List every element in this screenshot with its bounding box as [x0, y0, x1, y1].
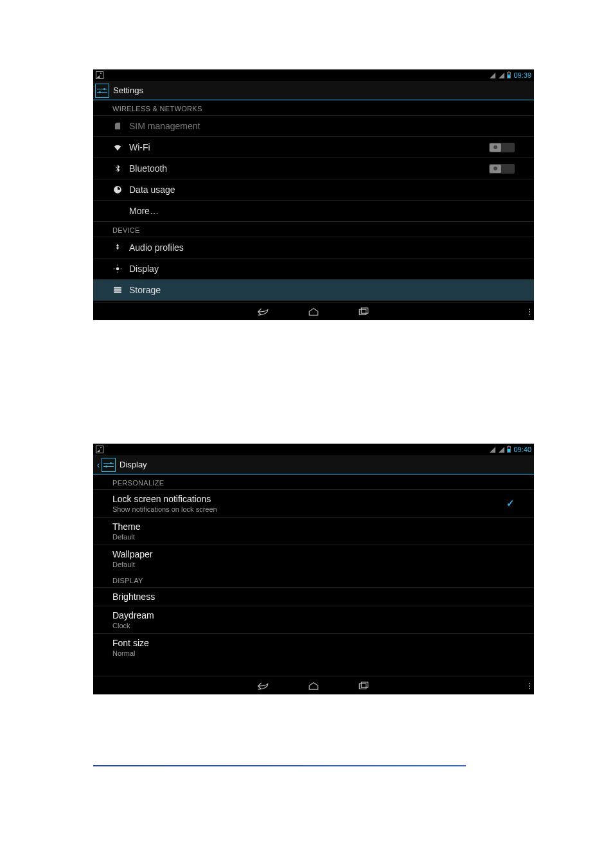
svg-point-0 [116, 267, 120, 271]
menu-button[interactable] [529, 309, 530, 315]
back-button[interactable] [256, 681, 271, 691]
display-icon [112, 264, 123, 274]
checkbox-checked-icon[interactable]: ✓ [506, 498, 515, 509]
row-wallpaper[interactable]: Wallpaper Default [93, 545, 534, 572]
home-button[interactable] [306, 681, 321, 691]
section-personalize: PERSONALIZE [93, 475, 534, 490]
page-title: Settings [113, 86, 143, 95]
bluetooth-toggle[interactable] [489, 164, 515, 174]
svg-rect-9 [361, 308, 368, 313]
audio-icon [112, 242, 123, 253]
svg-rect-5 [114, 287, 121, 288]
row-font-size[interactable]: Font size Normal [93, 634, 534, 661]
svg-rect-11 [361, 682, 368, 687]
row-bluetooth[interactable]: Bluetooth [93, 158, 534, 179]
row-theme[interactable]: Theme Default [93, 518, 534, 545]
nav-bar [93, 302, 534, 320]
menu-button[interactable] [529, 683, 530, 689]
app-icon [95, 84, 109, 98]
wifi-icon [112, 142, 123, 152]
svg-rect-7 [114, 291, 121, 293]
action-bar[interactable]: ‹ Display [93, 455, 534, 475]
wifi-toggle[interactable] [489, 143, 515, 152]
data-usage-icon [112, 185, 123, 195]
sim-icon [112, 121, 123, 131]
settings-list: WIRELESS & NETWORKS SIM management Wi-Fi… [93, 100, 534, 302]
row-lock-screen-notifications[interactable]: Lock screen notifications Show notificat… [93, 490, 534, 518]
notification-icon [96, 446, 103, 453]
signal-icon [489, 72, 495, 78]
section-device: DEVICE [93, 222, 534, 237]
page-title: Display [120, 460, 147, 469]
signal-icon [489, 446, 495, 453]
divider [93, 765, 466, 766]
nav-bar [93, 676, 534, 694]
notification-icon [96, 71, 103, 79]
row-data-usage[interactable]: Data usage [93, 179, 534, 201]
section-wireless: WIRELESS & NETWORKS [93, 100, 534, 116]
svg-rect-8 [359, 309, 366, 314]
row-wifi[interactable]: Wi-Fi [93, 137, 534, 158]
row-display[interactable]: Display [93, 258, 534, 280]
storage-icon [112, 285, 123, 295]
battery-icon [507, 446, 511, 453]
settings-screen: 09:39 Settings WIRELESS & NETWORKS SIM m… [93, 69, 534, 320]
back-button[interactable] [256, 307, 271, 317]
status-clock: 09:39 [513, 71, 531, 79]
row-brightness[interactable]: Brightness [93, 588, 534, 606]
up-chevron-icon: ‹ [95, 460, 102, 470]
row-audio-profiles[interactable]: Audio profiles [93, 237, 534, 258]
svg-rect-6 [114, 289, 121, 291]
display-list: PERSONALIZE Lock screen notifications Sh… [93, 475, 534, 676]
row-storage[interactable]: Storage [93, 280, 534, 301]
battery-icon [507, 72, 511, 78]
app-icon [102, 458, 116, 472]
svg-rect-10 [359, 683, 366, 689]
recents-button[interactable] [357, 307, 371, 317]
status-bar: 09:39 [93, 69, 534, 81]
section-display: DISPLAY [93, 572, 534, 588]
row-sim-management[interactable]: SIM management [93, 116, 534, 137]
home-button[interactable] [306, 307, 321, 317]
status-clock: 09:40 [513, 446, 531, 453]
signal-icon [498, 446, 504, 453]
status-bar: 09:40 [93, 444, 534, 455]
row-daydream[interactable]: Daydream Clock [93, 606, 534, 634]
action-bar[interactable]: Settings [93, 81, 534, 100]
signal-icon [498, 72, 504, 78]
bluetooth-icon [112, 163, 123, 174]
row-more[interactable]: More… [93, 201, 534, 222]
recents-button[interactable] [357, 681, 371, 691]
display-screen: 09:40 ‹ Display PERSONALIZE Lock screen … [93, 444, 534, 694]
